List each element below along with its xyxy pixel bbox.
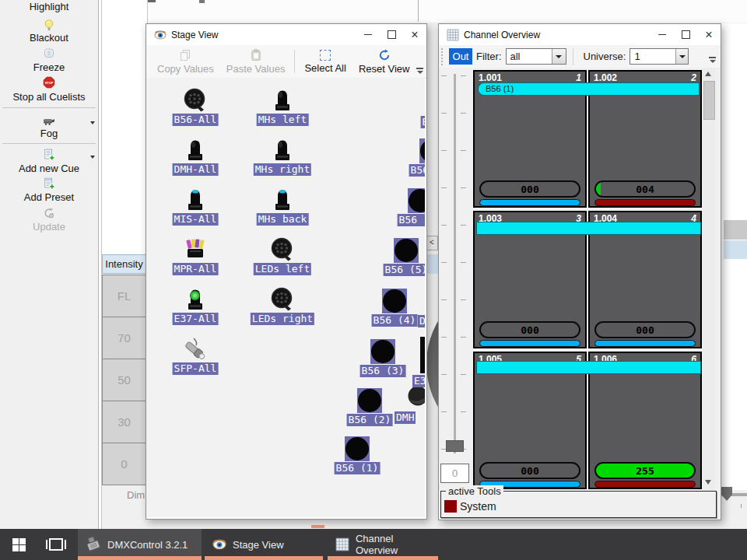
fixture-b56-5[interactable]: B56 (5) (394, 238, 419, 263)
toolbar-overflow-button[interactable] (416, 68, 423, 74)
moving-head-icon (270, 138, 295, 163)
copy-values-button[interactable]: Copy Values (151, 45, 220, 78)
toolbar-overflow-button[interactable] (709, 57, 716, 63)
channel-color-bar (594, 481, 696, 488)
fixture-group-mhs-left[interactable]: MHs left (270, 88, 295, 113)
fixture-group-b56-all[interactable]: B56-All (183, 88, 208, 113)
moving-head-green-icon (183, 287, 208, 312)
channel-value[interactable]: 255 (594, 462, 696, 479)
sidebar-item-add-preset[interactable]: Add Preset (0, 191, 98, 203)
fixture-b56-3[interactable]: B56 (3) (370, 339, 395, 364)
close-button[interactable]: × (403, 24, 426, 45)
scroll-up-icon[interactable] (705, 72, 711, 76)
fader-handle[interactable] (446, 440, 464, 452)
fixture-label-d: D (418, 315, 425, 327)
chevron-down-icon[interactable] (90, 121, 95, 124)
sidebar-item-highlight[interactable]: Highlight (0, 1, 98, 12)
sidebar-item-update[interactable]: Update (0, 221, 98, 233)
taskbar-underline (205, 556, 323, 560)
channel-number: 2 (691, 72, 696, 83)
led-par-icon (270, 287, 295, 312)
bulb-icon (43, 19, 55, 31)
fixture-fragment[interactable] (420, 337, 425, 373)
select-all-button[interactable]: Select All (298, 45, 352, 78)
channel-value[interactable]: 000 (479, 180, 580, 198)
task-view-icon (49, 538, 63, 551)
channel-overview-titlebar[interactable]: Channel Overview × (439, 24, 721, 45)
chevron-down-icon (675, 49, 688, 64)
reset-view-button[interactable]: Reset View (352, 45, 416, 78)
system-tool-color-swatch (444, 500, 457, 513)
fixture-tag-band[interactable]: B56 (1) (478, 82, 700, 96)
channel-value[interactable]: 000 (479, 321, 580, 338)
universe-select[interactable]: 1 (630, 48, 689, 65)
sidebar-item-fog[interactable]: Fog (0, 128, 98, 139)
sidebar-item-add-new-cue[interactable]: Add new Cue (0, 163, 98, 174)
fixture-group-sfp-all[interactable]: SFP-All (183, 337, 208, 362)
fixture-group-mis-all[interactable]: MIS-All (183, 187, 208, 212)
fixture-b56-7[interactable]: B56 (7) (419, 138, 425, 163)
minimize-button[interactable] (651, 24, 674, 45)
paste-values-button[interactable]: Paste Values (220, 45, 292, 78)
background-slider-handle[interactable] (721, 487, 732, 501)
collapse-panel-button[interactable]: < (426, 236, 438, 250)
separator (2, 143, 96, 144)
maximize-button[interactable] (674, 24, 697, 45)
fixture-tag-band[interactable] (476, 222, 701, 235)
fader-track[interactable] (454, 74, 456, 453)
intensity-button-70[interactable]: 70 (102, 317, 146, 359)
fixture-group-leds-right[interactable]: LEDs right (270, 287, 295, 312)
fixture-group-mpr-all[interactable]: MPR-All (183, 237, 208, 262)
chevron-down-icon[interactable] (90, 156, 95, 159)
fixture-group-dmh-all[interactable]: DMH-All (183, 138, 208, 163)
stage-view-titlebar[interactable]: Stage View × (146, 24, 426, 45)
fixture-b56-1[interactable]: B56 (1) (345, 436, 370, 461)
fixture-b56-6[interactable]: B56 (6) (408, 188, 425, 213)
channel-value[interactable]: 000 (594, 321, 696, 338)
task-view-button[interactable] (37, 529, 75, 560)
fixture-tag-band[interactable] (476, 361, 701, 374)
fixture-group-leds-left[interactable]: LEDs left (270, 237, 295, 262)
close-button[interactable]: × (697, 24, 721, 45)
intensity-button-full[interactable]: FL (102, 275, 146, 317)
intensity-button-30[interactable]: 30 (102, 401, 146, 443)
minimize-button[interactable] (356, 24, 380, 45)
sidebar-item-stop-all-cuelists[interactable]: Stop all Cuelists (0, 91, 98, 103)
filter-select[interactable]: all (506, 48, 566, 65)
scrollbar-thumb[interactable] (703, 81, 715, 120)
fixture-fragment-icon[interactable] (408, 386, 425, 406)
channel-color-bar (479, 340, 580, 347)
taskbar-item-dmxcontrol[interactable]: DMXControl 3.2.1 (78, 529, 202, 560)
maximize-button[interactable] (380, 24, 403, 45)
channel-number: 1 (576, 72, 581, 83)
out-toggle-button[interactable]: Out (449, 48, 472, 65)
intensity-button-50[interactable]: 50 (102, 359, 146, 401)
stage-canvas[interactable]: B56-All MHs left DMH-All MHs right MIS-A… (146, 78, 425, 517)
toolbar-separator (294, 50, 295, 73)
fixture-group-mhs-right[interactable]: MHs right (270, 138, 295, 163)
active-tools-groupbox: active Tools System (440, 491, 717, 518)
start-button[interactable] (0, 529, 37, 560)
channel-value[interactable]: 000 (479, 462, 580, 479)
scroll-down-icon[interactable] (705, 480, 711, 485)
fixture-b56-2[interactable]: B56 (2) (357, 388, 382, 413)
fader-value-input[interactable]: 0 (440, 464, 469, 483)
dimmer-label: Dim (127, 489, 145, 501)
taskbar-item-stage-view[interactable]: Stage View (205, 529, 323, 560)
selected-circle-fixture-icon (419, 138, 425, 163)
intensity-button-0[interactable]: 0 (102, 443, 146, 485)
fixture-group-mhs-back[interactable]: MHs back (270, 187, 295, 212)
channel-grid: 0 1.0011 000 1.0022 004 1.0033 000 1.004… (439, 68, 719, 492)
taskbar-item-channel-overview[interactable]: Channel Overview (328, 529, 438, 560)
channel-value[interactable]: 004 (594, 180, 696, 198)
value-fill (596, 182, 601, 196)
scrollbar[interactable] (703, 68, 715, 492)
background-accent-fragment (311, 525, 324, 528)
sidebar-item-blackout[interactable]: Blackout (0, 32, 98, 44)
toolbar-drag-handle[interactable] (441, 48, 445, 65)
tab-intensity[interactable]: Intensity (102, 254, 146, 274)
fixture-b56-4[interactable]: B56 (4) (382, 289, 407, 313)
sidebar-item-freeze[interactable]: Freeze (0, 61, 98, 73)
fixture-group-e37-all[interactable]: E37-All (183, 287, 208, 312)
background-text-fragment (199, 0, 205, 3)
